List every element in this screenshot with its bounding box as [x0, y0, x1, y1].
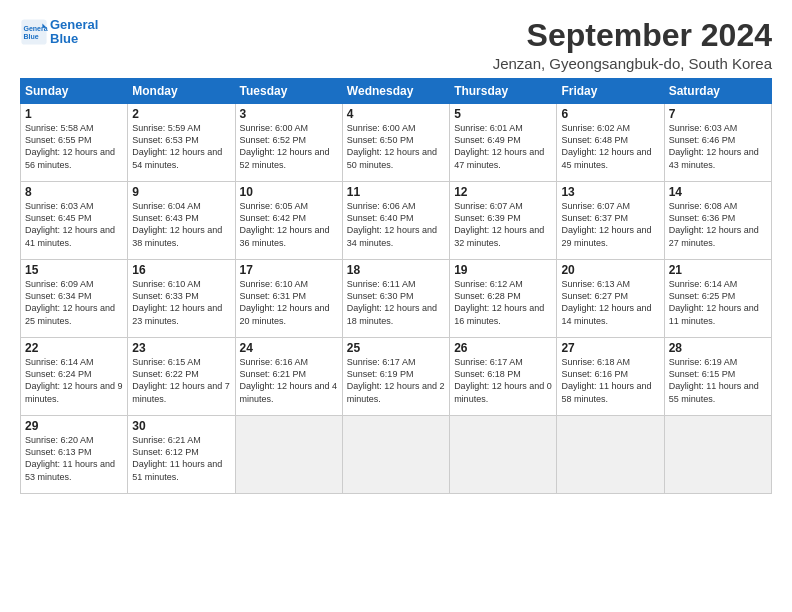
day-number: 22	[25, 341, 123, 355]
calendar-page: General Blue General Blue September 2024…	[0, 0, 792, 612]
cell-info: Sunrise: 6:07 AMSunset: 6:37 PMDaylight:…	[561, 201, 651, 247]
table-row: 21 Sunrise: 6:14 AMSunset: 6:25 PMDaylig…	[664, 260, 771, 338]
table-row	[557, 416, 664, 494]
col-wednesday: Wednesday	[342, 79, 449, 104]
cell-info: Sunrise: 6:21 AMSunset: 6:12 PMDaylight:…	[132, 435, 222, 481]
table-row: 9 Sunrise: 6:04 AMSunset: 6:43 PMDayligh…	[128, 182, 235, 260]
table-row: 17 Sunrise: 6:10 AMSunset: 6:31 PMDaylig…	[235, 260, 342, 338]
cell-info: Sunrise: 6:01 AMSunset: 6:49 PMDaylight:…	[454, 123, 544, 169]
cell-info: Sunrise: 6:03 AMSunset: 6:46 PMDaylight:…	[669, 123, 759, 169]
cell-info: Sunrise: 6:17 AMSunset: 6:18 PMDaylight:…	[454, 357, 552, 403]
table-row: 7 Sunrise: 6:03 AMSunset: 6:46 PMDayligh…	[664, 104, 771, 182]
cell-info: Sunrise: 6:06 AMSunset: 6:40 PMDaylight:…	[347, 201, 437, 247]
table-row: 22 Sunrise: 6:14 AMSunset: 6:24 PMDaylig…	[21, 338, 128, 416]
cell-info: Sunrise: 6:12 AMSunset: 6:28 PMDaylight:…	[454, 279, 544, 325]
day-number: 4	[347, 107, 445, 121]
table-row: 6 Sunrise: 6:02 AMSunset: 6:48 PMDayligh…	[557, 104, 664, 182]
cell-info: Sunrise: 6:15 AMSunset: 6:22 PMDaylight:…	[132, 357, 230, 403]
day-number: 27	[561, 341, 659, 355]
day-number: 17	[240, 263, 338, 277]
day-number: 30	[132, 419, 230, 433]
table-row: 27 Sunrise: 6:18 AMSunset: 6:16 PMDaylig…	[557, 338, 664, 416]
logo-line2: Blue	[50, 32, 98, 46]
table-row: 10 Sunrise: 6:05 AMSunset: 6:42 PMDaylig…	[235, 182, 342, 260]
day-number: 6	[561, 107, 659, 121]
cell-info: Sunrise: 6:16 AMSunset: 6:21 PMDaylight:…	[240, 357, 338, 403]
day-number: 8	[25, 185, 123, 199]
cell-info: Sunrise: 6:09 AMSunset: 6:34 PMDaylight:…	[25, 279, 115, 325]
month-title: September 2024	[493, 18, 772, 53]
table-row	[450, 416, 557, 494]
cell-info: Sunrise: 6:08 AMSunset: 6:36 PMDaylight:…	[669, 201, 759, 247]
table-row: 24 Sunrise: 6:16 AMSunset: 6:21 PMDaylig…	[235, 338, 342, 416]
day-number: 12	[454, 185, 552, 199]
table-row: 28 Sunrise: 6:19 AMSunset: 6:15 PMDaylig…	[664, 338, 771, 416]
cell-info: Sunrise: 6:10 AMSunset: 6:33 PMDaylight:…	[132, 279, 222, 325]
header: General Blue General Blue September 2024…	[20, 18, 772, 72]
cell-info: Sunrise: 6:10 AMSunset: 6:31 PMDaylight:…	[240, 279, 330, 325]
cell-info: Sunrise: 6:11 AMSunset: 6:30 PMDaylight:…	[347, 279, 437, 325]
day-number: 18	[347, 263, 445, 277]
col-tuesday: Tuesday	[235, 79, 342, 104]
logo-icon: General Blue	[20, 18, 48, 46]
table-row	[664, 416, 771, 494]
logo-line1: General	[50, 18, 98, 32]
day-number: 1	[25, 107, 123, 121]
table-row: 26 Sunrise: 6:17 AMSunset: 6:18 PMDaylig…	[450, 338, 557, 416]
day-number: 5	[454, 107, 552, 121]
table-row: 3 Sunrise: 6:00 AMSunset: 6:52 PMDayligh…	[235, 104, 342, 182]
table-row: 18 Sunrise: 6:11 AMSunset: 6:30 PMDaylig…	[342, 260, 449, 338]
table-row: 1 Sunrise: 5:58 AMSunset: 6:55 PMDayligh…	[21, 104, 128, 182]
cell-info: Sunrise: 5:59 AMSunset: 6:53 PMDaylight:…	[132, 123, 222, 169]
cell-info: Sunrise: 5:58 AMSunset: 6:55 PMDaylight:…	[25, 123, 115, 169]
day-number: 29	[25, 419, 123, 433]
table-row: 29 Sunrise: 6:20 AMSunset: 6:13 PMDaylig…	[21, 416, 128, 494]
day-number: 11	[347, 185, 445, 199]
day-number: 7	[669, 107, 767, 121]
cell-info: Sunrise: 6:03 AMSunset: 6:45 PMDaylight:…	[25, 201, 115, 247]
day-number: 16	[132, 263, 230, 277]
day-number: 20	[561, 263, 659, 277]
table-row: 11 Sunrise: 6:06 AMSunset: 6:40 PMDaylig…	[342, 182, 449, 260]
table-row: 25 Sunrise: 6:17 AMSunset: 6:19 PMDaylig…	[342, 338, 449, 416]
day-number: 2	[132, 107, 230, 121]
day-number: 15	[25, 263, 123, 277]
table-row: 20 Sunrise: 6:13 AMSunset: 6:27 PMDaylig…	[557, 260, 664, 338]
col-sunday: Sunday	[21, 79, 128, 104]
day-number: 21	[669, 263, 767, 277]
cell-info: Sunrise: 6:13 AMSunset: 6:27 PMDaylight:…	[561, 279, 651, 325]
svg-text:Blue: Blue	[24, 33, 39, 40]
cell-info: Sunrise: 6:14 AMSunset: 6:24 PMDaylight:…	[25, 357, 123, 403]
table-row	[342, 416, 449, 494]
table-row: 8 Sunrise: 6:03 AMSunset: 6:45 PMDayligh…	[21, 182, 128, 260]
cell-info: Sunrise: 6:18 AMSunset: 6:16 PMDaylight:…	[561, 357, 651, 403]
location: Jenzan, Gyeongsangbuk-do, South Korea	[493, 55, 772, 72]
day-number: 9	[132, 185, 230, 199]
col-monday: Monday	[128, 79, 235, 104]
day-number: 23	[132, 341, 230, 355]
day-number: 28	[669, 341, 767, 355]
cell-info: Sunrise: 6:02 AMSunset: 6:48 PMDaylight:…	[561, 123, 651, 169]
day-number: 13	[561, 185, 659, 199]
table-row: 4 Sunrise: 6:00 AMSunset: 6:50 PMDayligh…	[342, 104, 449, 182]
table-row: 13 Sunrise: 6:07 AMSunset: 6:37 PMDaylig…	[557, 182, 664, 260]
table-row: 2 Sunrise: 5:59 AMSunset: 6:53 PMDayligh…	[128, 104, 235, 182]
cell-info: Sunrise: 6:00 AMSunset: 6:50 PMDaylight:…	[347, 123, 437, 169]
table-row: 12 Sunrise: 6:07 AMSunset: 6:39 PMDaylig…	[450, 182, 557, 260]
table-row: 30 Sunrise: 6:21 AMSunset: 6:12 PMDaylig…	[128, 416, 235, 494]
svg-rect-0	[21, 20, 46, 45]
cell-info: Sunrise: 6:04 AMSunset: 6:43 PMDaylight:…	[132, 201, 222, 247]
table-row: 5 Sunrise: 6:01 AMSunset: 6:49 PMDayligh…	[450, 104, 557, 182]
col-saturday: Saturday	[664, 79, 771, 104]
table-row: 16 Sunrise: 6:10 AMSunset: 6:33 PMDaylig…	[128, 260, 235, 338]
cell-info: Sunrise: 6:14 AMSunset: 6:25 PMDaylight:…	[669, 279, 759, 325]
day-number: 24	[240, 341, 338, 355]
calendar-table: Sunday Monday Tuesday Wednesday Thursday…	[20, 78, 772, 494]
day-number: 10	[240, 185, 338, 199]
day-number: 19	[454, 263, 552, 277]
table-row	[235, 416, 342, 494]
logo: General Blue General Blue	[20, 18, 98, 47]
table-row: 14 Sunrise: 6:08 AMSunset: 6:36 PMDaylig…	[664, 182, 771, 260]
day-number: 3	[240, 107, 338, 121]
col-thursday: Thursday	[450, 79, 557, 104]
